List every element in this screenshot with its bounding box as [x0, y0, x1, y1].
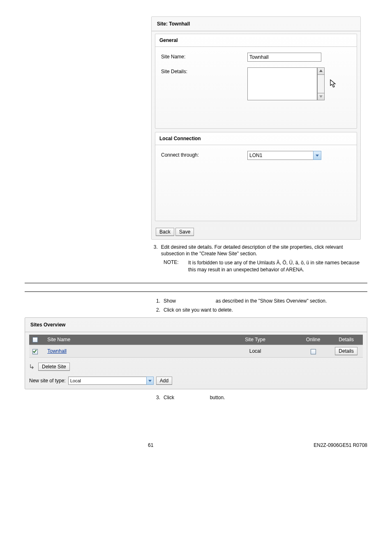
local-connection-heading: Local Connection — [155, 132, 357, 145]
chevron-down-icon[interactable] — [313, 151, 321, 160]
col-site-name: Site Name — [44, 335, 214, 345]
panel-title: Site: Townhall — [152, 17, 360, 31]
details-button[interactable]: Details — [335, 347, 357, 355]
sites-overview-panel: Sites Overview Site Name Site Type Onlin… — [25, 317, 367, 389]
site-details-label: Site Details: — [161, 67, 247, 74]
row-checkbox[interactable] — [32, 349, 38, 354]
site-type-cell: Local — [214, 345, 296, 358]
step-number: 3. — [151, 244, 158, 257]
delete-site-button[interactable]: Delete Site — [38, 363, 70, 371]
cursor-icon — [330, 79, 337, 89]
select-all-checkbox[interactable] — [32, 337, 38, 342]
online-checkbox[interactable] — [311, 349, 316, 354]
scroll-up-icon[interactable] — [317, 67, 325, 75]
site-panel: Site: Townhall General Site Name: Site D… — [151, 16, 361, 240]
divider — [25, 291, 367, 292]
step-number: 1. — [151, 298, 160, 304]
add-button[interactable]: Add — [156, 377, 172, 385]
local-connection-section: Local Connection Connect through: — [155, 132, 357, 221]
step-number: 2. — [151, 307, 160, 313]
table-header-row: Site Name Site Type Online Details — [29, 335, 363, 345]
col-site-type: Site Type — [214, 335, 296, 345]
sites-overview-title: Sites Overview — [25, 318, 367, 332]
sites-table: Site Name Site Type Online Details Townh… — [29, 335, 363, 358]
new-site-type-value[interactable] — [68, 377, 146, 385]
divider — [25, 283, 367, 283]
scroll-down-icon[interactable] — [317, 93, 325, 100]
table-row: Townhall Local Details — [29, 345, 363, 358]
back-button[interactable]: Back — [156, 228, 174, 236]
site-link[interactable]: Townhall — [47, 348, 67, 354]
site-name-label: Site Name: — [161, 53, 247, 60]
textarea-scrollbar[interactable] — [317, 67, 325, 100]
col-details: Details — [330, 335, 363, 345]
site-details-textarea[interactable] — [247, 67, 317, 100]
step-number: 3. — [151, 394, 160, 401]
scroll-track[interactable] — [317, 75, 325, 93]
page-footer: 61 EN2Z-0906GE51 R0708 — [25, 442, 367, 448]
chevron-down-icon[interactable] — [146, 377, 154, 385]
connect-through-label: Connect through: — [161, 151, 247, 158]
connect-through-value[interactable] — [247, 151, 313, 160]
general-heading: General — [155, 34, 357, 47]
edit-steps: 3. Edit desired site details. For detail… — [151, 244, 361, 273]
note-label: NOTE: — [164, 259, 188, 273]
delete-steps-cont: 3. Click button. — [151, 394, 361, 401]
page-number: 61 — [148, 442, 153, 448]
col-online: Online — [297, 335, 330, 345]
new-site-type-select[interactable] — [68, 377, 154, 385]
save-button[interactable]: Save — [175, 228, 194, 236]
note-text: It is forbidden to use any of the Umlaut… — [188, 259, 361, 273]
step-text: Show as described in the "Show Sites Ove… — [164, 298, 327, 304]
site-name-input[interactable] — [247, 53, 321, 62]
step-text: Edit desired site details. For detailed … — [161, 244, 361, 257]
connect-through-select[interactable] — [247, 151, 321, 160]
general-section: General Site Name: Site Details: — [155, 34, 357, 129]
arrow-icon — [29, 364, 35, 370]
doc-id: EN2Z-0906GE51 R0708 — [314, 442, 367, 448]
step-text: Click button. — [164, 394, 225, 401]
delete-steps: 1. Show as described in the "Show Sites … — [151, 298, 361, 313]
new-site-label: New site of type: — [29, 378, 66, 384]
step-text: Click on site you want to delete. — [164, 307, 233, 313]
